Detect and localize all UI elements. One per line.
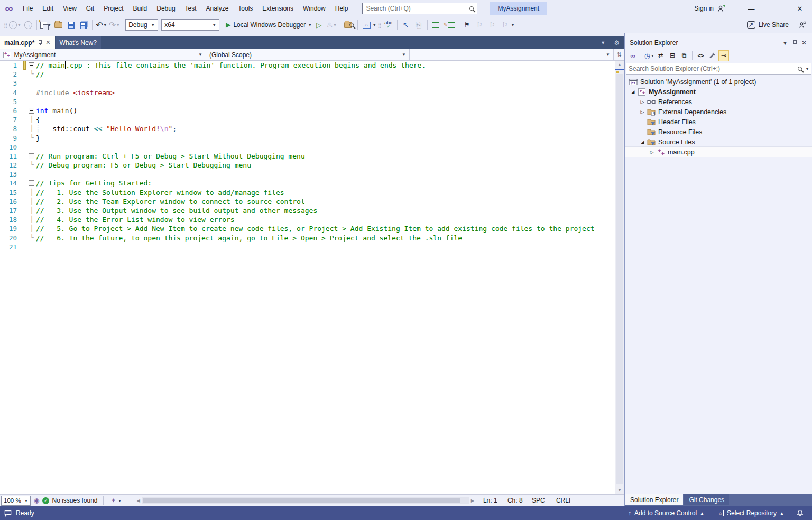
back-dropdown-icon[interactable]: ▾ (17, 23, 21, 27)
tree-item-myassignment[interactable]: ◢MyAssignment (625, 87, 812, 97)
indent-mode-indicator[interactable]: SPC (532, 497, 556, 504)
sign-in-button[interactable]: Sign in (694, 5, 725, 12)
code-line[interactable]: 19│// 5. Go to Project > Add New Item to… (0, 224, 615, 233)
code-line[interactable]: 9└} (0, 134, 615, 143)
toggle-bookmark-button[interactable]: ⚑ (460, 18, 473, 31)
start-debugging-button[interactable]: ▶ Local Windows Debugger ▾ (225, 18, 312, 31)
code-line[interactable]: 13 (0, 170, 615, 179)
project-scope-combo[interactable]: ⁺₊ MyAssignment ▼ (0, 49, 206, 60)
code-line[interactable]: 3 (0, 79, 615, 88)
solution-platform-combo[interactable]: x64 ▼ (161, 19, 219, 31)
new-project-button[interactable]: ▾ (39, 18, 52, 31)
undo-dropdown-icon[interactable]: ▾ (104, 23, 107, 27)
caret-line-indicator[interactable]: Ln: 1 (483, 497, 508, 504)
clear-bookmarks-button[interactable]: ⚐ (499, 18, 511, 31)
panel-tab-solution-explorer[interactable]: Solution Explorer (625, 494, 683, 505)
restore-button[interactable] (763, 0, 788, 17)
document-health-label[interactable]: No issues found (52, 497, 97, 504)
toolbar-grip[interactable]: ⣿ (2, 22, 8, 28)
previous-bookmark-button[interactable]: ⚐ (473, 18, 486, 31)
code-line[interactable]: 20└// 6. In the future, to open this pro… (0, 234, 615, 243)
menu-window[interactable]: Window (298, 0, 330, 17)
scrollbar-track[interactable] (615, 69, 624, 486)
select-mode-button[interactable]: ↖ (400, 18, 412, 31)
close-button[interactable]: ✕ (788, 0, 812, 17)
solution-search-input[interactable] (629, 65, 798, 72)
solution-search-box[interactable]: ▾ (626, 63, 811, 75)
tab-whats-new[interactable]: What's New? (56, 36, 101, 49)
tree-item-main-cpp[interactable]: ▷main.cpp (625, 147, 812, 157)
menu-file[interactable]: File (18, 0, 38, 17)
feedback-bubble-icon[interactable] (4, 510, 12, 517)
code-line[interactable]: 1// main.cpp : This file contains the 'm… (0, 61, 615, 70)
show-all-files-button[interactable]: ⧉ (679, 50, 689, 61)
gear-icon[interactable]: ⚙ (610, 39, 624, 47)
debug-target-dropdown-icon[interactable]: ▾ (308, 23, 311, 27)
menu-help[interactable]: Help (330, 0, 353, 17)
add-to-source-control-button[interactable]: ↑ Add to Source Control ▲ (622, 506, 710, 520)
menu-view[interactable]: View (58, 0, 81, 17)
menu-debug[interactable]: Debug (152, 0, 180, 17)
tree-expand-icon[interactable]: ▷ (638, 109, 647, 115)
panel-tab-git-changes[interactable]: Git Changes (684, 494, 729, 505)
scroll-up-icon[interactable]: ▲ (617, 61, 622, 69)
tree-item-external-dependencies[interactable]: ▷External Dependencies (625, 107, 812, 117)
fold-toggle[interactable] (29, 108, 34, 114)
code-cleanup-broom-icon[interactable]: ✦ (109, 497, 118, 504)
scroll-down-icon[interactable]: ▼ (617, 486, 622, 494)
tab-list-dropdown-icon[interactable]: ▼ (596, 40, 610, 45)
tree-collapse-icon[interactable]: ◢ (629, 89, 637, 95)
format-document-button[interactable] (430, 18, 442, 31)
notifications-button[interactable] (790, 506, 812, 520)
save-button[interactable] (64, 18, 77, 31)
chevron-down-icon[interactable]: ▾ (651, 53, 654, 58)
toolbar-overflow-icon[interactable]: ▾ (511, 23, 514, 27)
code-line[interactable]: 11// Run program: Ctrl + F5 or Debug > S… (0, 152, 615, 161)
menu-tools[interactable]: Tools (233, 0, 257, 17)
line-ending-indicator[interactable]: CRLF (556, 497, 580, 504)
solution-explorer-shortcut-button[interactable]: ⌂ (360, 18, 373, 31)
code-line[interactable]: 14// Tips for Getting Started: (0, 179, 615, 188)
scroll-right-icon[interactable]: ▶ (469, 498, 476, 503)
collapse-all-button[interactable]: ⊟ (667, 50, 678, 61)
live-share-button[interactable]: ↗ Live Share (746, 18, 790, 31)
pin-icon[interactable] (38, 40, 42, 45)
menu-extensions[interactable]: Extensions (257, 0, 298, 17)
caret-column-indicator[interactable]: Ch: 8 (508, 497, 532, 504)
code-line[interactable]: 7│{ (0, 115, 615, 124)
hot-reload-dropdown-icon[interactable]: ▾ (334, 23, 337, 27)
switch-views-button[interactable]: ∞ (628, 50, 638, 61)
close-icon[interactable]: ✕ (45, 39, 50, 46)
menu-edit[interactable]: Edit (38, 0, 58, 17)
tab-main-cpp[interactable]: main.cpp* ✕ (0, 36, 55, 49)
tree-item-references[interactable]: ▷References (625, 97, 812, 107)
undo-button[interactable]: ↶▾ (95, 18, 107, 31)
tree-collapse-icon[interactable]: ◢ (638, 140, 647, 145)
code-line[interactable]: 15│// 1. Use the Solution Explorer windo… (0, 188, 615, 197)
code-line[interactable]: 4#include <iostream> (0, 88, 615, 97)
solution-name-chip[interactable]: MyAssignment (490, 2, 547, 15)
properties-button[interactable] (707, 50, 717, 61)
scrollbar-thumb[interactable] (616, 74, 623, 484)
close-icon[interactable]: ✕ (799, 39, 809, 47)
tree-item-solution-myassignment-1-of-1-project[interactable]: Solution 'MyAssignment' (1 of 1 project) (625, 77, 812, 87)
format-selection-button[interactable]: ✎ (442, 18, 456, 31)
pending-changes-filter-button[interactable]: ◷▾ (644, 50, 654, 61)
fold-toggle[interactable] (29, 153, 34, 159)
hot-reload-button[interactable]: ♨▾ (325, 18, 338, 31)
code-line[interactable]: 17│// 3. Use the Output window to see bu… (0, 206, 615, 215)
quick-search-input[interactable] (366, 5, 469, 12)
scrollbar-track[interactable] (142, 497, 469, 504)
zoom-health-icon[interactable]: ◉ (31, 497, 42, 504)
fold-toggle[interactable] (29, 62, 34, 68)
search-options-dropdown-icon[interactable]: ▾ (806, 67, 809, 71)
code-line[interactable]: 18│// 4. Use the Error List window to vi… (0, 215, 615, 224)
code-line[interactable]: 6int main() (0, 106, 615, 115)
toolbar-grip[interactable]: ⣿ (376, 22, 382, 28)
split-editor-handle[interactable]: ⇅ (614, 49, 624, 60)
navigate-back-button[interactable]: ←▾ (8, 18, 22, 31)
paste-special-button[interactable]: ⎘ (412, 18, 425, 31)
view-code-button[interactable]: <> (695, 50, 706, 61)
code-line[interactable]: 2└// (0, 70, 615, 79)
preview-selected-items-toggle[interactable]: ⊸ (718, 50, 729, 61)
